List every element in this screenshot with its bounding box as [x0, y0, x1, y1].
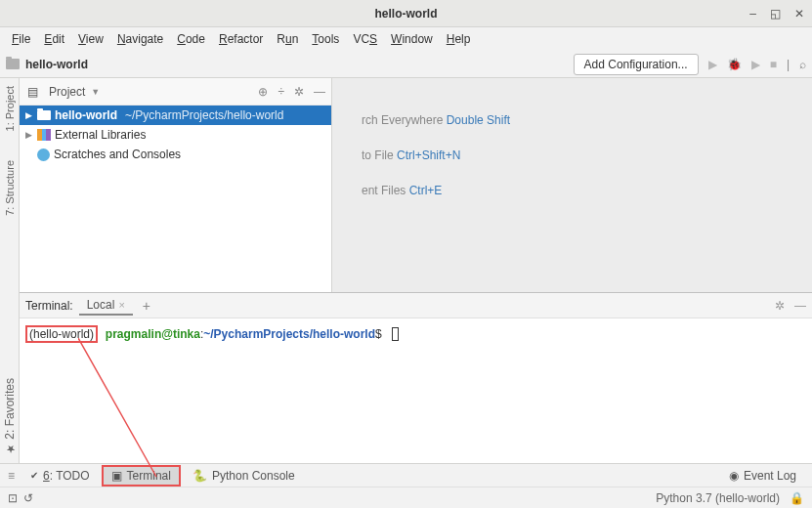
close-tab-icon[interactable]: × [118, 299, 124, 311]
collapse-icon[interactable]: ÷ [278, 85, 284, 99]
vtab-structure[interactable]: 7: Structure [2, 152, 18, 224]
menu-edit[interactable]: Edit [38, 30, 70, 48]
terminal-title: Terminal: [25, 299, 73, 313]
terminal-venv: (hello-world) [25, 325, 98, 343]
python-icon: 🐍 [192, 469, 207, 483]
shortcut-recent-files: Ctrl+E [409, 184, 443, 197]
annotation-line [78, 338, 176, 485]
terminal-icon: ▣ [111, 469, 122, 483]
terminal-cwd: ~/PycharmProjects/hello-world [203, 327, 375, 341]
svg-line-0 [78, 338, 156, 477]
locate-icon[interactable]: ⊕ [258, 85, 268, 99]
navigation-bar: hello-world Add Configuration... ▶ 🐞 ▶ ■… [0, 51, 812, 78]
gear-icon[interactable]: ✲ [294, 85, 304, 99]
status-show-windows-icon[interactable]: ⊡ [8, 491, 18, 505]
menu-run[interactable]: Run [271, 30, 304, 48]
terminal-tab-local[interactable]: Local × [79, 296, 133, 316]
project-tool-window: ▤ Project ▼ ⊕ ÷ ✲ — ▶ hello-world [20, 78, 332, 292]
terminal-tool-window: Terminal: Local × + ✲ — (hello-world) pr… [20, 292, 812, 463]
scratches-icon [37, 148, 50, 161]
menu-file[interactable]: File [6, 30, 36, 48]
tree-scratches[interactable]: Scratches and Consoles [20, 145, 331, 164]
menubar: File Edit View Navigate Code Refactor Ru… [0, 27, 812, 51]
tool-python-console[interactable]: 🐍Python Console [185, 467, 303, 485]
minimize-icon[interactable]: – [749, 7, 756, 21]
hide-icon[interactable]: — [314, 85, 325, 99]
menu-vcs[interactable]: VCS [347, 30, 383, 48]
event-log-icon: ◉ [729, 469, 739, 483]
status-interpreter[interactable]: Python 3.7 (hello-world) [656, 491, 780, 505]
tree-root[interactable]: ▶ hello-world ~/PycharmProjects/hello-wo… [20, 106, 331, 125]
tool-todo[interactable]: ✔6: TODO [22, 467, 98, 485]
debug-icon[interactable]: 🐞 [727, 58, 742, 71]
expand-icon[interactable]: ▶ [23, 110, 33, 120]
project-view-icon: ▤ [25, 85, 39, 99]
menu-refactor[interactable]: Refactor [213, 30, 269, 48]
project-panel-label[interactable]: Project [49, 85, 85, 99]
shortcut-search-everywhere: Double Shift [447, 113, 510, 127]
tree-external-libraries[interactable]: ▶ External Libraries [20, 125, 331, 145]
run-icon[interactable]: ▶ [708, 58, 717, 71]
terminal-cursor [392, 327, 399, 341]
statusbar: ⊡ ↺ Python 3.7 (hello-world) 🔒 [0, 487, 812, 508]
stop-icon[interactable]: ■ [770, 58, 777, 71]
add-configuration-button[interactable]: Add Configuration... [574, 54, 699, 75]
menu-view[interactable]: View [72, 30, 109, 48]
terminal-body[interactable]: (hello-world) pragmalin@tinka:~/PycharmP… [20, 318, 812, 463]
maximize-icon[interactable]: ◱ [770, 7, 781, 21]
vtab-favorites[interactable]: ★ 2: Favorites [1, 370, 19, 463]
lock-icon[interactable]: 🔒 [790, 491, 804, 505]
bottom-toolwindow-stripe: ≡ ✔6: TODO ▣Terminal 🐍Python Console ◉Ev… [0, 463, 812, 487]
search-icon[interactable]: ⌕ [799, 58, 806, 71]
window-title: hello-world [375, 7, 438, 21]
menu-code[interactable]: Code [171, 30, 211, 48]
menu-tools[interactable]: Tools [306, 30, 345, 48]
folder-icon [37, 110, 51, 120]
breadcrumb-project[interactable]: hello-world [25, 58, 88, 71]
vtab-project[interactable]: 1: Project [2, 78, 18, 139]
run-coverage-icon[interactable]: ▶ [751, 58, 760, 71]
terminal-user-host: pragmalin@tinka [106, 327, 200, 341]
status-sync-icon[interactable]: ↺ [23, 491, 33, 505]
chevron-down-icon[interactable]: ▼ [91, 87, 100, 97]
menu-help[interactable]: Help [441, 30, 477, 48]
hide-icon[interactable]: — [794, 299, 806, 313]
close-icon[interactable]: ✕ [794, 7, 804, 21]
menu-window[interactable]: Window [385, 30, 439, 48]
menu-navigate[interactable]: Navigate [111, 30, 169, 48]
list-icon: ≡ [8, 469, 15, 483]
expand-icon[interactable]: ▶ [23, 130, 33, 140]
left-toolwindow-stripe: 1: Project 7: Structure ★ 2: Favorites [0, 78, 20, 463]
gear-icon[interactable]: ✲ [775, 299, 785, 313]
library-icon [37, 129, 51, 141]
folder-icon [6, 59, 20, 69]
titlebar: hello-world – ◱ ✕ [0, 0, 812, 27]
editor-empty-area: rch Everywhere Double Shift to File Ctrl… [332, 78, 812, 292]
tool-event-log[interactable]: ◉Event Log [721, 467, 804, 485]
new-terminal-icon[interactable]: + [143, 298, 150, 314]
tool-terminal[interactable]: ▣Terminal [102, 465, 181, 487]
shortcut-go-to-file: Ctrl+Shift+N [397, 148, 460, 162]
